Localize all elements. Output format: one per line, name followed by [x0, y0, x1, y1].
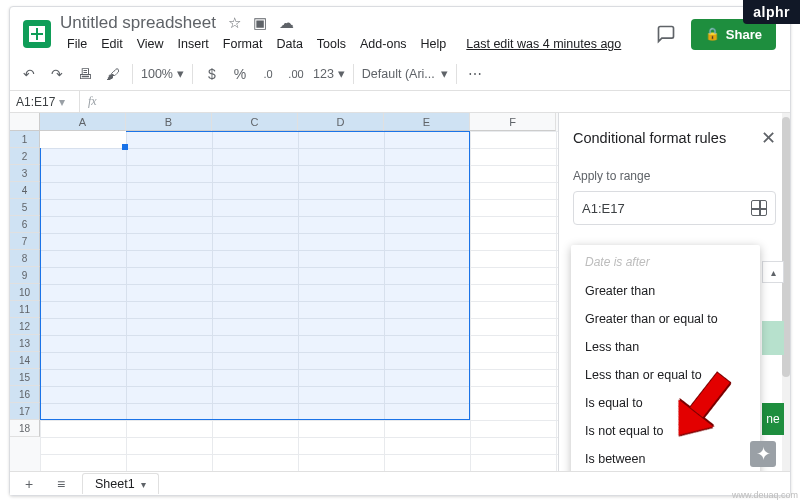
sheet-tab-label: Sheet1 [95, 477, 135, 491]
col-header-A[interactable]: A [40, 113, 126, 131]
menu-addons[interactable]: Add-ons [353, 34, 414, 54]
toolbar-more-button[interactable]: ⋯ [465, 62, 487, 86]
menu-tools[interactable]: Tools [310, 34, 353, 54]
annotation-arrow [691, 373, 722, 447]
redo-button[interactable]: ↷ [46, 62, 68, 86]
menu-format[interactable]: Format [216, 34, 270, 54]
comments-icon[interactable] [655, 23, 677, 45]
dropdown-item[interactable]: Less than [571, 333, 760, 361]
fill-handle[interactable] [122, 144, 128, 150]
doc-title[interactable]: Untitled spreadsheet [60, 13, 216, 33]
print-button[interactable]: 🖶 [74, 62, 96, 86]
row-header-17[interactable]: 17 [10, 403, 40, 420]
cells-area[interactable] [40, 131, 558, 471]
col-header-B[interactable]: B [126, 113, 212, 131]
panel-title: Conditional format rules [573, 130, 726, 146]
row-header-7[interactable]: 7 [10, 233, 40, 250]
select-range-icon[interactable] [751, 200, 767, 216]
all-sheets-button[interactable]: ≡ [50, 472, 72, 496]
row-header-1[interactable]: 1 [10, 131, 40, 148]
select-all-corner[interactable] [10, 113, 40, 131]
row-header-14[interactable]: 14 [10, 352, 40, 369]
chevron-down-icon: ▾ [338, 66, 345, 81]
chevron-down-icon: ▾ [59, 95, 65, 109]
col-header-F[interactable]: F [470, 113, 556, 131]
percent-button[interactable]: % [229, 62, 251, 86]
add-rule-button[interactable]: ✦ [750, 441, 776, 467]
close-panel-button[interactable]: ✕ [761, 127, 776, 149]
done-button[interactable]: ne [762, 403, 784, 435]
name-box[interactable]: A1:E17▾ [10, 91, 80, 112]
zoom-select[interactable]: 100%▾ [141, 66, 184, 81]
row-header-8[interactable]: 8 [10, 250, 40, 267]
toolbar: ↶ ↷ 🖶 🖌 100%▾ $ % .0 .00 123▾ Default (A… [10, 57, 790, 91]
cloud-saved-icon: ☁ [279, 14, 294, 32]
menu-insert[interactable]: Insert [171, 34, 216, 54]
row-header-10[interactable]: 10 [10, 284, 40, 301]
move-folder-icon[interactable]: ▣ [253, 14, 267, 32]
format-preview-swatch[interactable] [762, 321, 784, 355]
selection-range [40, 131, 470, 420]
row-header-16[interactable]: 16 [10, 386, 40, 403]
menu-bar: File Edit View Insert Format Data Tools … [60, 33, 655, 55]
chevron-down-icon: ▾ [441, 66, 448, 81]
increase-decimal-button[interactable]: .00 [285, 62, 307, 86]
chevron-down-icon: ▾ [177, 66, 184, 81]
col-header-E[interactable]: E [384, 113, 470, 131]
paint-format-button[interactable]: 🖌 [102, 62, 124, 86]
title-bar: Untitled spreadsheet ☆ ▣ ☁ File Edit Vie… [10, 7, 790, 57]
chevron-down-icon[interactable]: ▾ [141, 479, 146, 490]
row-header-6[interactable]: 6 [10, 216, 40, 233]
app-window: Untitled spreadsheet ☆ ▣ ☁ File Edit Vie… [9, 6, 791, 496]
fx-label: fx [80, 94, 105, 109]
add-sheet-button[interactable]: + [18, 472, 40, 496]
brand-badge: alphr [743, 0, 800, 24]
row-header-3[interactable]: 3 [10, 165, 40, 182]
row-header-11[interactable]: 11 [10, 301, 40, 318]
col-header-D[interactable]: D [298, 113, 384, 131]
dropdown-item[interactable]: Is between [571, 445, 760, 471]
apply-range-input[interactable]: A1:E17 [573, 191, 776, 225]
menu-data[interactable]: Data [269, 34, 309, 54]
row-header-9[interactable]: 9 [10, 267, 40, 284]
active-cell [40, 131, 126, 148]
share-label: Share [726, 27, 762, 42]
dropdown-item[interactable]: Greater than [571, 277, 760, 305]
decrease-decimal-button[interactable]: .0 [257, 62, 279, 86]
dropdown-item[interactable]: Greater than or equal to [571, 305, 760, 333]
menu-file[interactable]: File [60, 34, 94, 54]
watermark: www.deuaq.com [732, 490, 798, 500]
font-select[interactable]: Default (Ari...▾ [362, 66, 448, 81]
rule-collapse-button[interactable]: ▴ [762, 261, 784, 283]
menu-view[interactable]: View [130, 34, 171, 54]
col-header-C[interactable]: C [212, 113, 298, 131]
dropdown-item-clipped[interactable]: Date is after [571, 251, 760, 277]
row-header-2[interactable]: 2 [10, 148, 40, 165]
row-headers[interactable]: 123456789101112131415161718 [10, 131, 40, 471]
star-icon[interactable]: ☆ [228, 14, 241, 32]
number-format-select[interactable]: 123▾ [313, 66, 345, 81]
row-header-15[interactable]: 15 [10, 369, 40, 386]
apply-to-range-label: Apply to range [573, 169, 776, 183]
range-value: A1:E17 [582, 201, 625, 216]
lock-icon: 🔒 [705, 27, 720, 41]
row-header-18[interactable]: 18 [10, 420, 40, 437]
last-edit-link[interactable]: Last edit was 4 minutes ago [459, 34, 628, 54]
sheet-tab-bar: + ≡ Sheet1 ▾ [10, 471, 790, 495]
menu-help[interactable]: Help [414, 34, 454, 54]
menu-edit[interactable]: Edit [94, 34, 130, 54]
row-header-5[interactable]: 5 [10, 199, 40, 216]
row-header-13[interactable]: 13 [10, 335, 40, 352]
sheet-tab-sheet1[interactable]: Sheet1 ▾ [82, 473, 159, 494]
undo-button[interactable]: ↶ [18, 62, 40, 86]
row-header-12[interactable]: 12 [10, 318, 40, 335]
currency-button[interactable]: $ [201, 62, 223, 86]
formula-bar: A1:E17▾ fx [10, 91, 790, 113]
column-headers[interactable]: ABCDEF [40, 113, 558, 131]
sheets-logo-icon[interactable] [20, 17, 54, 51]
condition-dropdown-menu: Date is after Greater thanGreater than o… [571, 245, 760, 471]
spreadsheet-grid[interactable]: ABCDEF 123456789101112131415161718 [10, 113, 558, 471]
row-header-4[interactable]: 4 [10, 182, 40, 199]
